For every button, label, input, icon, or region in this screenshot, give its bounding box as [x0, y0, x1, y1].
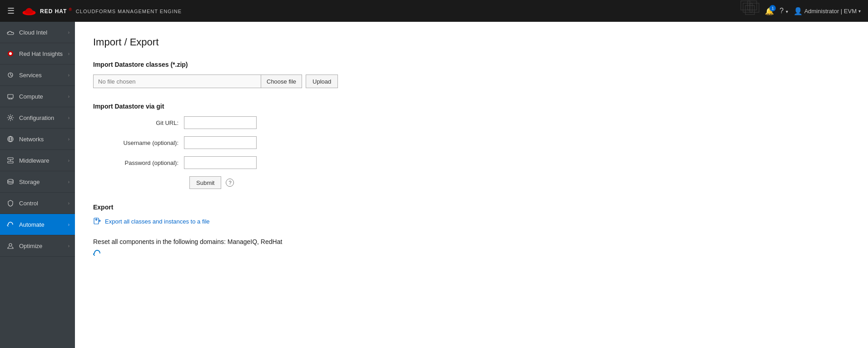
- sidebar-label-automate: Automate: [19, 221, 45, 228]
- brand-name: RED HAT: [40, 8, 67, 15]
- sidebar-chevron-optimize: ›: [68, 244, 69, 249]
- svg-point-1: [25, 10, 33, 14]
- sidebar-item-middleware[interactable]: Middleware ›: [0, 150, 75, 171]
- optimize-icon: [6, 242, 15, 250]
- sidebar-item-automate[interactable]: Automate ›: [0, 214, 75, 235]
- reset-text: Reset all components in the following do…: [93, 238, 850, 245]
- username-input[interactable]: [184, 136, 257, 149]
- networks-icon: [6, 135, 15, 143]
- sidebar-item-networks[interactable]: Networks ›: [0, 129, 75, 150]
- svg-point-11: [10, 117, 12, 119]
- sidebar-chevron-services: ›: [68, 73, 69, 78]
- sidebar-chevron-middleware: ›: [68, 158, 69, 163]
- svg-point-15: [8, 179, 13, 182]
- user-menu[interactable]: 👤 Administrator | EVM ▾: [794, 7, 861, 15]
- sidebar-chevron-automate: ›: [68, 222, 69, 227]
- sidebar-chevron-control: ›: [68, 201, 69, 206]
- upload-button[interactable]: Upload: [306, 75, 338, 88]
- sidebar-item-storage[interactable]: Storage ›: [0, 171, 75, 193]
- reset-refresh-icon[interactable]: [93, 250, 101, 259]
- automate-icon: [6, 220, 15, 229]
- middleware-icon: [6, 156, 15, 164]
- storage-icon: [6, 178, 15, 186]
- choose-file-button[interactable]: Choose file: [261, 75, 302, 88]
- sidebar-label-middleware: Middleware: [19, 157, 49, 164]
- import-zip-section: Import Datastore classes (*.zip) Choose …: [93, 61, 850, 88]
- help-icon[interactable]: ? ▾: [779, 7, 788, 15]
- main-layout: Cloud Intel › Red Hat Insights › Service…: [0, 22, 868, 348]
- export-link-row[interactable]: Export all classes and instances to a fi…: [93, 217, 850, 225]
- sidebar-item-red-hat-insights[interactable]: Red Hat Insights ›: [0, 43, 75, 65]
- sidebar-item-services[interactable]: Services ›: [0, 65, 75, 86]
- cloud-intel-icon: [6, 28, 15, 36]
- sidebar-label-services: Services: [19, 72, 42, 79]
- sidebar-label-optimize: Optimize: [19, 243, 42, 249]
- export-section-title: Export: [93, 204, 850, 211]
- file-upload-row: Choose file Upload: [93, 75, 850, 88]
- red-hat-insights-icon: [6, 50, 15, 58]
- export-file-icon: [93, 217, 101, 225]
- git-submit-row: Submit ?: [189, 176, 850, 189]
- sidebar-item-optimize[interactable]: Optimize ›: [0, 235, 75, 257]
- submit-button[interactable]: Submit: [189, 176, 221, 189]
- configuration-icon: [6, 114, 15, 122]
- sidebar-chevron-configuration: ›: [68, 115, 69, 120]
- password-input[interactable]: [184, 156, 257, 169]
- compute-icon: [6, 92, 15, 100]
- export-link-label[interactable]: Export all classes and instances to a fi…: [105, 218, 210, 225]
- page-title: Import / Export: [93, 36, 850, 48]
- sidebar-item-compute[interactable]: Compute ›: [0, 86, 75, 107]
- services-icon: [6, 71, 15, 79]
- control-icon: [6, 199, 15, 207]
- reset-section: Reset all components in the following do…: [93, 238, 850, 259]
- main-content: Import / Export Import Datastore classes…: [75, 22, 868, 348]
- sidebar-chevron-storage: ›: [68, 179, 69, 184]
- username-label: Username (optional):: [93, 139, 184, 146]
- notification-badge: 1: [769, 5, 776, 11]
- redhat-logo-icon: [22, 6, 36, 16]
- git-url-row: Git URL:: [93, 116, 850, 129]
- sidebar-item-configuration[interactable]: Configuration ›: [0, 107, 75, 129]
- sidebar-item-cloud-intel[interactable]: Cloud Intel ›: [0, 22, 75, 43]
- svg-point-16: [9, 244, 12, 246]
- password-row: Password (optional):: [93, 156, 850, 169]
- help-circle-icon[interactable]: ?: [226, 179, 234, 187]
- sidebar-chevron-red-hat-insights: ›: [68, 51, 69, 56]
- brand-logo: RED HAT ® CLOUDFORMS MANAGEMENT ENGINE: [22, 6, 182, 16]
- sidebar: Cloud Intel › Red Hat Insights › Service…: [0, 22, 75, 348]
- sidebar-label-cloud-intel: Cloud Intel: [19, 29, 47, 36]
- svg-rect-14: [8, 161, 13, 163]
- sidebar-label-red-hat-insights: Red Hat Insights: [19, 50, 63, 57]
- file-chosen-input[interactable]: [93, 75, 261, 88]
- topnav-right-area: 🔔 1 ? ▾ 👤 Administrator | EVM ▾: [765, 7, 861, 15]
- sidebar-label-storage: Storage: [19, 179, 40, 185]
- user-label: Administrator | EVM: [804, 8, 857, 15]
- top-navigation: ☰ RED HAT ® CLOUDFORMS MANAGEMENT ENGINE…: [0, 0, 868, 22]
- hamburger-menu-icon[interactable]: ☰: [7, 6, 15, 16]
- git-url-label: Git URL:: [93, 119, 184, 126]
- sidebar-label-networks: Networks: [19, 136, 44, 143]
- notification-bell-icon[interactable]: 🔔 1: [765, 7, 774, 15]
- import-zip-section-title: Import Datastore classes (*.zip): [93, 61, 850, 68]
- git-url-input[interactable]: [184, 116, 257, 129]
- sidebar-chevron-compute: ›: [68, 94, 69, 99]
- export-section: Export Export all classes and instances …: [93, 204, 850, 225]
- svg-point-8: [9, 52, 12, 55]
- sidebar-chevron-cloud-intel: ›: [68, 30, 69, 35]
- password-label: Password (optional):: [93, 159, 184, 166]
- reset-icon-row: [93, 249, 850, 259]
- sidebar-label-configuration: Configuration: [19, 114, 54, 121]
- username-row: Username (optional):: [93, 136, 850, 149]
- sidebar-chevron-networks: ›: [68, 137, 69, 142]
- sidebar-label-control: Control: [19, 200, 38, 207]
- sidebar-label-compute: Compute: [19, 93, 43, 100]
- sidebar-item-control[interactable]: Control ›: [0, 193, 75, 214]
- svg-rect-13: [8, 158, 13, 159]
- user-avatar-icon: 👤: [794, 7, 803, 15]
- svg-rect-10: [8, 94, 13, 98]
- product-name: CLOUDFORMS MANAGEMENT ENGINE: [76, 9, 182, 14]
- import-git-section-title: Import Datastore via git: [93, 103, 850, 110]
- import-git-section: Import Datastore via git Git URL: Userna…: [93, 103, 850, 189]
